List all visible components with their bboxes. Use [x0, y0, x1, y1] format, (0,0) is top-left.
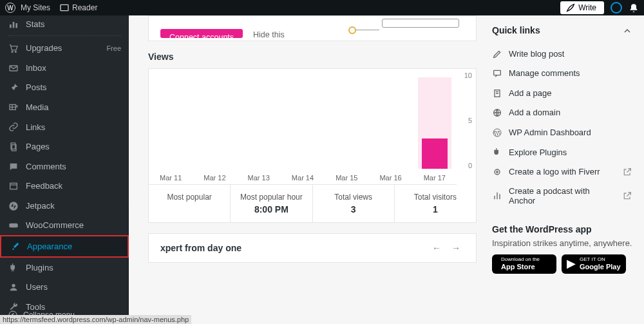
quick-link-item[interactable]: Manage comments — [492, 64, 632, 84]
quick-link-item[interactable]: WP Admin Dashboard — [492, 122, 632, 142]
sidebar-item-label: Comments — [26, 162, 66, 171]
svg-point-5 — [15, 51, 16, 52]
appstore-big-text: App Store — [501, 263, 535, 271]
svg-rect-18 — [494, 70, 501, 75]
quick-link-item[interactable]: Explore Plugins — [492, 142, 632, 162]
quick-link-item[interactable]: Create a podcast with Anchor — [492, 182, 632, 210]
sidebar-item-appearance[interactable]: Appearance — [0, 235, 129, 258]
sidebar-item-label: Stats — [26, 19, 45, 29]
sidebar-item-label: Media — [26, 102, 48, 112]
chart-y-tick: 5 — [460, 117, 472, 124]
brush-icon — [9, 241, 21, 252]
hide-banner-link[interactable]: Hide this — [253, 30, 285, 38]
quick-link-label: Add a domain — [509, 108, 560, 117]
plugin-icon — [8, 262, 19, 273]
quick-link-label: Manage comments — [509, 68, 580, 78]
wordpress-logo-icon[interactable]: W — [5, 3, 15, 13]
svg-rect-13 — [9, 224, 17, 228]
sidebar-item-pages[interactable]: Pages — [0, 137, 129, 157]
stat-value: 3 — [316, 204, 392, 214]
sidebar-item-woocommerce[interactable]: WooCommerce — [0, 216, 129, 236]
google-play-badge[interactable]: ▶ GET IT ONGoogle Play — [562, 254, 626, 274]
sidebar-item-stats[interactable]: Stats — [0, 14, 129, 34]
stat-cell: Most popular — [149, 185, 231, 222]
views-chart: Mar 11Mar 12Mar 13Mar 14Mar 15Mar 16Mar … — [149, 69, 457, 185]
sidebar-item-jetpack[interactable]: Jetpack — [0, 196, 129, 216]
external-link-icon — [622, 167, 632, 177]
quick-link-item[interactable]: Add a page — [492, 83, 632, 103]
sidebar-item-users[interactable]: Users — [0, 277, 129, 297]
page-icon — [492, 88, 502, 99]
sidebar-item-feedback[interactable]: Feedback — [0, 176, 129, 196]
feedback-icon — [8, 181, 19, 192]
chart-bar[interactable] — [325, 77, 368, 169]
stat-cell: Total visitors1 — [395, 185, 476, 222]
svg-point-23 — [497, 171, 498, 173]
right-rail: Quick links Write blog postManage commen… — [483, 15, 644, 274]
quick-links-heading: Quick links — [492, 25, 540, 35]
chart-y-tick: 10 — [460, 71, 472, 79]
my-sites-link[interactable]: My Sites — [21, 3, 50, 12]
write-button[interactable]: Write — [560, 1, 604, 14]
stats-icon — [8, 19, 19, 30]
connect-accounts-button[interactable]: Connect accounts — [160, 29, 243, 38]
carousel-arrows[interactable]: ← → — [432, 243, 464, 253]
play-small-text: GET IT ON — [580, 256, 605, 262]
quick-link-item[interactable]: Add a domain — [492, 103, 632, 123]
quill-icon — [565, 3, 576, 13]
write-button-label: Write — [578, 3, 596, 12]
users-icon — [8, 281, 19, 292]
svg-rect-0 — [61, 5, 68, 10]
sidebar-item-label: Pages — [26, 142, 50, 151]
chart-bar[interactable] — [281, 77, 325, 169]
quick-link-item[interactable]: Write blog post — [492, 44, 632, 64]
pin-icon — [8, 82, 19, 93]
chevron-up-icon[interactable] — [622, 24, 632, 36]
stats-summary-row: Most popularMost popular hour8:00 PMTota… — [149, 185, 476, 222]
svg-point-12 — [9, 202, 17, 210]
admin-topbar: W My Sites Reader Write — [0, 0, 644, 15]
chart-x-label: Mar 17 — [413, 174, 457, 182]
svg-point-22 — [495, 169, 500, 175]
sidebar-item-links[interactable]: Links — [0, 117, 129, 137]
svg-point-14 — [12, 284, 15, 287]
quick-link-label: Explore Plugins — [509, 148, 567, 157]
svg-rect-1 — [10, 24, 12, 28]
chart-x-label: Mar 14 — [281, 174, 325, 182]
reader-link[interactable]: Reader — [72, 3, 97, 12]
app-store-badge[interactable]: Download on theApp Store — [492, 254, 556, 274]
sidebar-item-inbox[interactable]: Inbox — [0, 58, 129, 78]
reader-icon[interactable]: Reader — [59, 3, 97, 13]
svg-rect-11 — [10, 183, 17, 189]
sidebar-item-comments[interactable]: Comments — [0, 157, 129, 176]
comment-icon — [492, 68, 502, 79]
quick-link-item[interactable]: Create a logo with Fiverr — [492, 162, 632, 182]
sidebar-item-plugins[interactable]: Plugins — [0, 258, 129, 278]
quick-link-label: Write blog post — [509, 49, 564, 59]
notifications-icon[interactable] — [629, 2, 639, 13]
quick-link-label: Add a page — [509, 88, 552, 98]
sidebar-item-media[interactable]: Media — [0, 97, 129, 117]
quick-link-label: Create a podcast with Anchor — [509, 186, 616, 205]
chart-bar[interactable] — [237, 77, 281, 169]
chart-bar[interactable] — [149, 77, 193, 169]
sidebar-item-label: Links — [26, 122, 45, 132]
sidebar-item-label: Posts — [26, 82, 47, 92]
woocommerce-icon — [8, 220, 19, 231]
sidebar-item-upgrades[interactable]: Upgrades Free — [0, 39, 129, 59]
stat-value: 8:00 PM — [233, 204, 309, 214]
stat-cell: Total views3 — [313, 185, 395, 222]
chart-bar[interactable] — [413, 77, 457, 169]
app-promo-subtitle: Inspiration strikes anytime, anywhere. — [492, 238, 632, 248]
sidebar-item-label: Users — [26, 282, 48, 292]
mail-icon — [8, 62, 19, 73]
quick-link-label: WP Admin Dashboard — [509, 128, 591, 137]
jetpack-icon — [8, 200, 19, 211]
google-play-icon: ▶ — [567, 258, 576, 271]
chart-bar[interactable] — [368, 77, 412, 169]
sidebar-item-label: Plugins — [26, 263, 53, 272]
avatar-icon[interactable] — [611, 2, 622, 14]
sidebar-item-posts[interactable]: Posts — [0, 78, 129, 98]
chart-bar[interactable] — [193, 77, 236, 169]
sidebar-item-label: Feedback — [26, 181, 62, 191]
